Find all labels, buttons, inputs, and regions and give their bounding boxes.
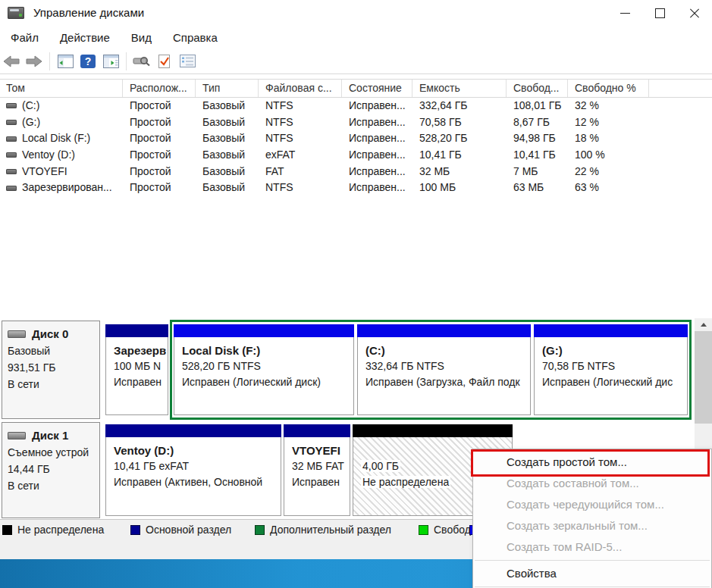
partition-title: (C:) <box>365 342 530 358</box>
unallocated-swatch <box>2 525 12 535</box>
volume-free: 7 МБ <box>507 164 568 180</box>
column-header-volume[interactable]: Том <box>0 80 123 97</box>
minimize-icon <box>620 13 630 14</box>
volume-name: (C:) <box>22 98 39 114</box>
logical-drive-bar <box>174 324 354 337</box>
minimize-button[interactable] <box>607 0 642 27</box>
action-pane-icon <box>103 55 119 68</box>
volume-type: Базовый <box>196 180 259 196</box>
volume-free-pct: 32 % <box>568 98 649 114</box>
column-header-capacity[interactable]: Емкость <box>412 80 507 97</box>
scroll-up-button[interactable] <box>695 318 712 331</box>
column-header-status[interactable]: Состояние <box>342 80 412 97</box>
partition-title: Зарезерв <box>114 342 168 358</box>
menu-item-properties[interactable]: Свойства <box>473 563 711 584</box>
volume-free-pct: 18 % <box>568 130 649 147</box>
forward-button[interactable] <box>23 52 45 71</box>
help-icon: ? <box>80 55 96 68</box>
partition-title: Local Disk (F:) <box>182 342 353 358</box>
menu-item-create-striped-volume: Создать чередующийся том... <box>473 494 711 515</box>
volume-fs: NTFS <box>259 114 342 131</box>
column-header-free[interactable]: Свобод... <box>507 80 568 97</box>
column-header-type[interactable]: Тип <box>196 80 259 97</box>
partition-size: 100 МБ N <box>114 358 168 374</box>
menu-action[interactable]: Действие <box>49 27 121 48</box>
back-arrow-icon <box>3 55 20 67</box>
volume-type: Базовый <box>196 147 259 164</box>
check-document-button[interactable] <box>153 52 176 71</box>
volume-status: Исправен... <box>342 180 412 196</box>
disk1-type: Съемное устрой <box>8 444 99 461</box>
volume-fs: exFAT <box>259 147 342 164</box>
volume-list-header: Том Располож... Тип Файловая с... Состоя… <box>0 79 712 98</box>
partition-ventoy[interactable]: Ventoy (D:) 10,41 ГБ exFAT Исправен (Акт… <box>105 424 281 516</box>
table-row-volume-d[interactable]: Ventoy (D:) Простой Базовый exFAT Исправ… <box>0 147 712 164</box>
partition-f[interactable]: Local Disk (F:) 528,20 ГБ NTFS Исправен … <box>174 324 354 415</box>
unallocated-bar <box>353 424 513 437</box>
maximize-button[interactable] <box>642 0 677 27</box>
partition-title: Ventoy (D:) <box>114 443 281 458</box>
partition-c[interactable]: (C:) 332,64 ГБ NTFS Исправен (Загрузка, … <box>357 324 531 415</box>
unallocated-size: 4,00 ГБ <box>361 460 400 472</box>
menu-file[interactable]: Файл <box>0 27 49 48</box>
column-header-layout[interactable]: Располож... <box>123 80 196 97</box>
volume-name: VTOYEFI <box>22 164 67 180</box>
volume-free-pct: 100 % <box>568 147 649 164</box>
volume-free: 63 МБ <box>507 180 568 196</box>
menu-item-create-simple-volume[interactable]: Создать простой том... <box>473 452 711 473</box>
volume-layout: Простой <box>123 98 196 114</box>
context-menu: Создать простой том... Создать составной… <box>472 449 712 588</box>
menu-item-create-mirrored-volume: Создать зеркальный том... <box>473 515 711 536</box>
show-console-tree-button[interactable] <box>54 52 77 71</box>
free-space-swatch <box>419 525 428 535</box>
primary-partition-swatch <box>130 525 140 535</box>
volume-capacity: 32 МБ <box>412 164 507 180</box>
column-header-free-pct[interactable]: Свободно % <box>568 80 649 97</box>
back-button[interactable] <box>0 52 23 71</box>
partition-status: Исправен <box>292 474 350 490</box>
disk0-label: Диск 0 <box>32 326 68 342</box>
volume-status: Исправен... <box>342 147 412 164</box>
partition-g[interactable]: (G:) 70,58 ГБ NTFS Исправен (Логический … <box>534 324 688 415</box>
close-button[interactable] <box>677 0 712 27</box>
column-header-filesystem[interactable]: Файловая с... <box>259 80 342 97</box>
table-row-volume-c[interactable]: (C:) Простой Базовый NTFS Исправен... 33… <box>0 98 712 114</box>
properties-fields-button[interactable] <box>176 52 199 71</box>
disk0-panel[interactable]: Диск 0 Базовый 931,51 ГБ В сети <box>2 321 100 419</box>
volume-name: Local Disk (F:) <box>22 130 90 147</box>
volume-layout: Простой <box>123 147 196 164</box>
menu-item-create-spanned-volume: Создать составной том... <box>473 473 711 494</box>
table-row-volume-vtoyefi[interactable]: VTOYEFI Простой Базовый FAT Исправен... … <box>0 164 712 180</box>
menu-help[interactable]: Справка <box>162 27 228 48</box>
volume-free-pct: 63 % <box>568 180 649 196</box>
volume-free: 10,41 ГБ <box>507 147 568 164</box>
disk1-panel[interactable]: Диск 1 Съемное устрой 14,44 ГБ В сети <box>2 422 100 518</box>
menu-view[interactable]: Вид <box>121 27 162 48</box>
volume-icon <box>6 103 17 108</box>
title-bar: Управление дисками <box>0 0 712 27</box>
scrollbar-thumb[interactable] <box>695 331 712 424</box>
toolbar-separator <box>126 52 127 70</box>
check-document-icon <box>158 54 171 69</box>
maximize-icon <box>655 8 665 18</box>
partition-size: 10,41 ГБ exFAT <box>114 458 281 474</box>
disk-icon <box>8 432 26 439</box>
forward-arrow-icon <box>26 55 42 67</box>
show-action-pane-button[interactable] <box>99 52 122 71</box>
table-row-volume-f[interactable]: Local Disk (F:) Простой Базовый NTFS Исп… <box>0 130 712 147</box>
partition-vtoyefi[interactable]: VTOYEFI 32 МБ FAT Исправен <box>284 424 350 516</box>
partition-title: VTOYEFI <box>292 443 350 458</box>
volume-capacity: 10,41 ГБ <box>412 147 507 164</box>
close-icon <box>689 8 700 19</box>
table-row-volume-reserved[interactable]: Зарезервирован... Простой Базовый NTFS И… <box>0 180 712 196</box>
menu-item-create-raid5-volume: Создать том RAID-5... <box>473 536 711 558</box>
rescan-disks-button[interactable] <box>130 52 153 71</box>
volume-list: Том Располож... Тип Файловая с... Состоя… <box>0 79 712 196</box>
partition-status: Исправен (Активен, Основной <box>114 474 281 490</box>
volume-icon <box>6 136 17 142</box>
partition-reserved[interactable]: Зарезерв 100 МБ N Исправен <box>105 324 168 415</box>
help-button[interactable]: ? <box>77 52 99 71</box>
partition-status: Исправен (Логический дис <box>542 374 687 390</box>
table-row-volume-g[interactable]: (G:) Простой Базовый NTFS Исправен... 70… <box>0 114 712 131</box>
volume-type: Базовый <box>196 98 259 114</box>
